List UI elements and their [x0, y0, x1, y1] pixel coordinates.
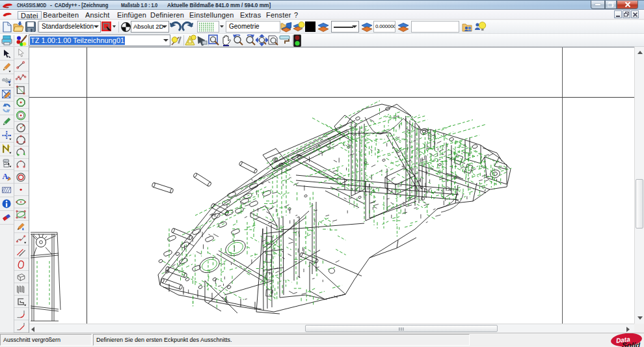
- svg-text:Solid: Solid: [622, 341, 641, 347]
